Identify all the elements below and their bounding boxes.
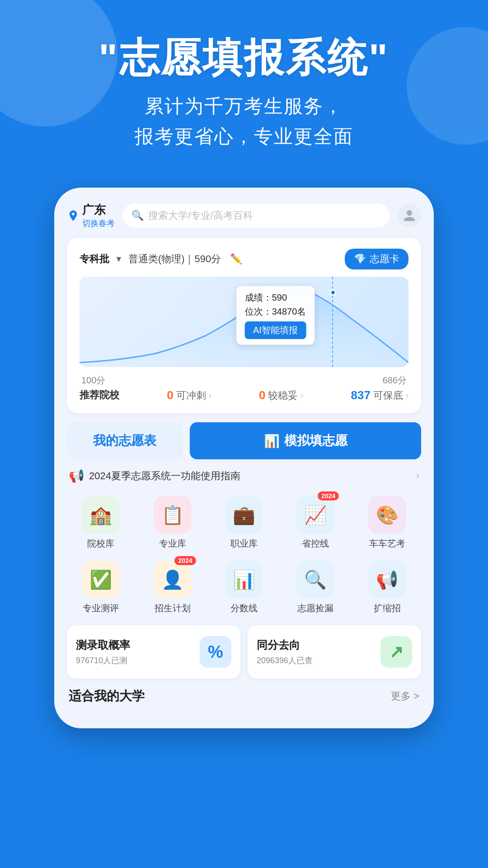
moni-button[interactable]: 📊 模拟填志愿 bbox=[190, 422, 421, 459]
avatar[interactable] bbox=[398, 204, 421, 227]
feature-zhiyeku[interactable]: 💼 职业库 bbox=[210, 492, 278, 553]
notice-text: 2024夏季志愿系统一功能使用指南 bbox=[89, 469, 412, 483]
feature-icon-zhaosheng: 👤 2024 bbox=[154, 561, 192, 599]
card-tongfen-icon: ↗ bbox=[380, 636, 412, 668]
feature-label-zhiyuanjianlu: 志愿捡漏 bbox=[297, 602, 333, 614]
location-text: 广东 切换春考 bbox=[82, 202, 115, 229]
diamond-icon: 💎 bbox=[354, 253, 366, 265]
card-celuqu-sub: 976710人已测 bbox=[76, 655, 130, 666]
tooltip-score: 成绩：590 bbox=[245, 292, 306, 304]
feature-icon-zhiyeku: 💼 bbox=[225, 496, 263, 534]
feature-icon-zhuanyepingce: ✅ bbox=[82, 561, 120, 599]
score-meta: 普通类(物理)｜590分 bbox=[128, 252, 221, 266]
feature-yuanxiaoku[interactable]: 🏫 院校库 bbox=[67, 492, 135, 553]
batch-dropdown-icon[interactable]: ▼ bbox=[115, 255, 123, 264]
feature-icon-zhuanyeku: 📋 bbox=[154, 496, 192, 534]
card-tongfen-sub: 2096396人已查 bbox=[257, 655, 313, 666]
recommended-row: 推荐院校 0 可冲刺 › 0 较稳妥 › 837 可保底 › bbox=[80, 387, 408, 404]
rec-bao[interactable]: 837 可保底 › bbox=[351, 388, 408, 402]
feature-label-zhuanyeku: 专业库 bbox=[159, 538, 186, 550]
feature-cheche[interactable]: 🎨 车车艺考 bbox=[353, 492, 421, 553]
hero-subtitle: 累计为千万考生服务， 报考更省心，专业更全面 bbox=[27, 91, 461, 151]
suitable-section-more[interactable]: 更多 > bbox=[391, 689, 419, 703]
feature-label-kuosuozha: 扩缩招 bbox=[374, 602, 401, 614]
feature-kuosuozha[interactable]: 📢 扩缩招 bbox=[353, 557, 421, 618]
card-tongfen[interactable]: 同分去向 2096396人已查 ↗ bbox=[248, 625, 421, 679]
chart-max-label: 686分 bbox=[383, 374, 407, 387]
feature-icon-kuosuozha: 📢 bbox=[368, 561, 406, 599]
rec-bao-arrow: › bbox=[406, 391, 408, 400]
feature-fenshuxian[interactable]: 📊 分数线 bbox=[210, 557, 278, 618]
phone-header: 广东 切换春考 🔍 搜索大学/专业/高考百科 bbox=[67, 202, 421, 229]
feature-icon-cheche: 🎨 bbox=[368, 496, 406, 534]
search-placeholder: 搜索大学/专业/高考百科 bbox=[148, 209, 253, 222]
rec-wen-count: 0 bbox=[259, 388, 265, 402]
card-celuqu-info: 测录取概率 976710人已测 bbox=[76, 638, 130, 666]
feature-shengkongxian[interactable]: 📈 2024 省控线 bbox=[282, 492, 349, 553]
recommended-label: 推荐院校 bbox=[80, 388, 119, 402]
bottom-cards: 测录取概率 976710人已测 % 同分去向 2096396人已查 ↗ bbox=[67, 625, 421, 679]
feature-label-zhiyeku: 职业库 bbox=[230, 538, 258, 550]
feature-label-zhaosheng: 招生计划 bbox=[155, 602, 191, 614]
score-chart: 成绩：590 位次：34870名 AI智能填报 bbox=[80, 277, 408, 367]
feature-grid-row2: ✅ 专业测评 👤 2024 招生计划 📊 分数线 🔍 志愿捡漏 📢 扩缩招 bbox=[67, 557, 421, 618]
feature-zhiyuanjianlu[interactable]: 🔍 志愿捡漏 bbox=[282, 557, 349, 618]
edit-score-icon[interactable]: ✏️ bbox=[230, 253, 242, 265]
chart-tooltip: 成绩：590 位次：34870名 AI智能填报 bbox=[236, 286, 315, 345]
action-buttons: 我的志愿表 📊 模拟填志愿 bbox=[67, 422, 421, 459]
feature-zhuanyeku[interactable]: 📋 专业库 bbox=[138, 492, 206, 553]
my-zhiyuan-button[interactable]: 我的志愿表 bbox=[67, 422, 183, 459]
score-card: 专科批 ▼ 普通类(物理)｜590分 ✏️ 💎 志愿卡 bbox=[67, 238, 421, 413]
suitable-section-header: 适合我的大学 更多 > bbox=[67, 679, 421, 710]
location-block[interactable]: 广东 切换春考 bbox=[67, 202, 115, 229]
chart-labels: 100分 686分 bbox=[80, 374, 408, 387]
feature-label-fenshuxian: 分数线 bbox=[230, 602, 258, 614]
notice-bar[interactable]: 📢 2024夏季志愿系统一功能使用指南 › bbox=[67, 459, 421, 492]
search-icon: 🔍 bbox=[131, 210, 144, 222]
notice-icon: 📢 bbox=[69, 468, 84, 483]
feature-label-shengkongxian: 省控线 bbox=[302, 538, 329, 550]
rec-chong[interactable]: 0 可冲刺 › bbox=[167, 388, 211, 402]
badge-2024-shengkong: 2024 bbox=[318, 491, 339, 500]
feature-zhuanyepingce[interactable]: ✅ 专业测评 bbox=[67, 557, 135, 618]
score-card-header: 专科批 ▼ 普通类(物理)｜590分 ✏️ 💎 志愿卡 bbox=[80, 249, 408, 269]
suitable-section-title: 适合我的大学 bbox=[69, 688, 145, 705]
rec-wen[interactable]: 0 较稳妥 › bbox=[259, 388, 303, 402]
user-icon bbox=[403, 209, 416, 222]
feature-icon-shengkongxian: 📈 2024 bbox=[296, 496, 334, 534]
rec-bao-type: 可保底 bbox=[373, 389, 403, 402]
feature-label-zhuanyepingce: 专业测评 bbox=[83, 602, 119, 614]
card-celuqu-icon: % bbox=[200, 636, 231, 668]
rec-chong-arrow: › bbox=[209, 391, 211, 400]
hero-section: "志愿填报系统" 累计为千万考生服务， 报考更省心，专业更全面 bbox=[0, 0, 488, 170]
score-card-left: 专科批 ▼ 普通类(物理)｜590分 ✏️ bbox=[80, 252, 242, 266]
notice-arrow-icon: › bbox=[416, 470, 419, 482]
rec-wen-type: 较稳妥 bbox=[268, 389, 298, 402]
location-switch[interactable]: 切换春考 bbox=[82, 218, 115, 229]
feature-icon-fenshuxian: 📊 bbox=[225, 561, 263, 599]
feature-label-yuanxiaoku: 院校库 bbox=[87, 538, 114, 550]
chart-min-label: 100分 bbox=[81, 374, 105, 387]
feature-label-cheche: 车车艺考 bbox=[369, 538, 405, 550]
chart-icon: 📊 bbox=[264, 434, 280, 448]
rec-chong-count: 0 bbox=[167, 388, 173, 402]
batch-tag[interactable]: 专科批 bbox=[80, 252, 109, 266]
card-celuqu-title: 测录取概率 bbox=[76, 638, 130, 652]
rec-wen-arrow: › bbox=[300, 391, 303, 400]
search-bar[interactable]: 🔍 搜索大学/专业/高考百科 bbox=[122, 203, 390, 228]
zhiyuan-card-button[interactable]: 💎 志愿卡 bbox=[345, 249, 408, 269]
feature-icon-yuanxiaoku: 🏫 bbox=[82, 496, 120, 534]
card-tongfen-title: 同分去向 bbox=[257, 638, 313, 652]
feature-zhaoshengjhua[interactable]: 👤 2024 招生计划 bbox=[138, 557, 206, 618]
phone-mockup: 广东 切换春考 🔍 搜索大学/专业/高考百科 专科批 ▼ 普通类(物理)｜5 bbox=[54, 188, 434, 728]
phone-wrapper: 广东 切换春考 🔍 搜索大学/专业/高考百科 专科批 ▼ 普通类(物理)｜5 bbox=[0, 188, 488, 728]
feature-icon-zhiyuanjianlu: 🔍 bbox=[296, 561, 334, 599]
location-name: 广东 bbox=[82, 202, 115, 218]
rec-chong-type: 可冲刺 bbox=[176, 389, 206, 402]
card-celuqu[interactable]: 测录取概率 976710人已测 % bbox=[67, 625, 240, 679]
rec-bao-count: 837 bbox=[351, 388, 371, 402]
hero-title: "志愿填报系统" bbox=[27, 36, 461, 80]
badge-2024-zhaosheng: 2024 bbox=[174, 556, 196, 565]
card-tongfen-info: 同分去向 2096396人已查 bbox=[257, 638, 313, 666]
ai-fill-button[interactable]: AI智能填报 bbox=[245, 321, 306, 339]
